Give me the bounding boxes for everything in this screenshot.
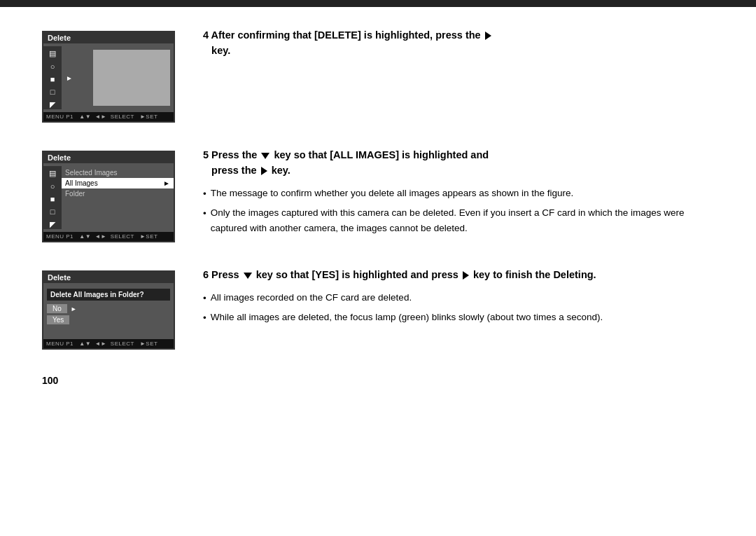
bullet-dot-6-2: • — [203, 310, 206, 326]
icon-image: ■ — [50, 75, 55, 83]
icon-image-5: ■ — [50, 195, 55, 203]
bullet-5-2: • Only the images captured with this cam… — [203, 205, 714, 235]
step-4-screen: Delete ▤ ○ ■ □ ◤ ► — [42, 31, 182, 123]
arrow-right-icon-4 — [485, 32, 491, 40]
step-5-body: • The message to confirm whether you del… — [203, 186, 714, 236]
icon-print-5: □ — [50, 207, 55, 216]
icon-print: □ — [50, 88, 55, 96]
step-5-row: Delete ▤ ○ ■ □ ◤ Selected Images — [42, 148, 714, 242]
arrow-no: ► — [71, 305, 77, 312]
bullet-5-1: • The message to confirm whether you del… — [203, 186, 714, 202]
arrow-down-icon-5 — [261, 153, 270, 159]
screen-footer-4: MENU P1 ▲▼ ◄► SELECT ►SET — [43, 112, 174, 121]
icon-search: ○ — [50, 62, 55, 71]
screen-title-6: Delete — [43, 272, 174, 283]
step-5-screen: Delete ▤ ○ ■ □ ◤ Selected Images — [42, 151, 182, 242]
screen-title-5: Delete — [43, 152, 174, 163]
icon-search-5: ○ — [50, 182, 55, 191]
screen-body-5: ▤ ○ ■ □ ◤ Selected Images All Images ► — [43, 163, 174, 232]
step-5-text: 5 Press the key so that [ALL IMAGES] is … — [203, 148, 714, 240]
arrow-indicator: ► — [66, 74, 73, 82]
step-number-5: 5 — [203, 149, 211, 160]
arrow-right-icon-6 — [463, 271, 469, 280]
page-number: 100 — [42, 375, 714, 386]
step-6-heading: 6 Press key so that [YES] is highlighted… — [203, 268, 714, 283]
icon-camera-5: ▤ — [49, 169, 56, 178]
icon-folder-5: ◤ — [50, 220, 55, 229]
bullet-6-2: • While all images are deleted, the focu… — [203, 310, 714, 326]
arrow-down-icon-6 — [244, 273, 252, 279]
step-4-text: 4 After confirming that [DELETE] is high… — [203, 28, 714, 66]
list-item-selected-images: Selected Images — [62, 167, 174, 178]
step-6-row: Delete Delete All Images in Folder? No ►… — [42, 268, 714, 350]
step-6-body: • All images recorded on the CF card are… — [203, 290, 714, 326]
list-item-folder: Folder — [62, 188, 174, 199]
step-number-4: 4 — [203, 29, 211, 41]
screen-ui-5: Delete ▤ ○ ■ □ ◤ Selected Images — [42, 151, 175, 242]
bullet-dot-6-1: • — [203, 291, 206, 306]
screen-footer-6: MENU P1 ▲▼ ◄► SELECT ►SET — [43, 339, 174, 348]
arrow-right-icon-5 — [261, 167, 267, 175]
step-4-row: Delete ▤ ○ ■ □ ◤ ► — [42, 28, 714, 123]
screen-body-6: Delete All Images in Folder? No ► Yes — [43, 283, 174, 339]
icon-folder: ◤ — [50, 100, 55, 109]
screen-ui-6: Delete Delete All Images in Folder? No ►… — [42, 270, 175, 350]
step-number-6: 6 — [203, 269, 211, 280]
bullet-6-1: • All images recorded on the CF card are… — [203, 290, 714, 306]
bullet-dot-5-2: • — [203, 206, 206, 221]
step-5-heading: 5 Press the key so that [ALL IMAGES] is … — [203, 148, 714, 179]
bullet-dot-5-1: • — [203, 186, 206, 202]
screen-ui-4: Delete ▤ ○ ■ □ ◤ ► — [42, 31, 175, 123]
screen-body-4: ▤ ○ ■ □ ◤ ► — [43, 43, 174, 112]
icon-camera: ▤ — [49, 49, 56, 58]
screen-footer-5: MENU P1 ▲▼ ◄► SELECT ►SET — [43, 232, 174, 241]
page-content: Delete ▤ ○ ■ □ ◤ ► — [0, 7, 756, 414]
top-bar — [0, 0, 756, 7]
step-6-screen: Delete Delete All Images in Folder? No ►… — [42, 270, 182, 350]
screen-title-4: Delete — [43, 32, 174, 43]
step-6-text: 6 Press key so that [YES] is highlighted… — [203, 268, 714, 330]
list-item-all-images: All Images ► — [62, 178, 174, 188]
step-4-heading: 4 After confirming that [DELETE] is high… — [203, 28, 714, 59]
